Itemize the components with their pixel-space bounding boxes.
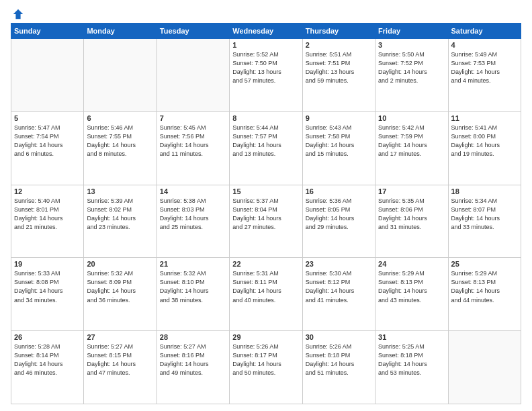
weekday-header-thursday: Thursday (302, 24, 375, 39)
day-info: Sunrise: 5:40 AMSunset: 8:01 PMDaylight:… (14, 197, 81, 232)
page: SundayMondayTuesdayWednesdayThursdayFrid… (0, 0, 532, 411)
day-number: 26 (14, 333, 81, 341)
day-info: Sunrise: 5:37 AMSunset: 8:04 PMDaylight:… (232, 197, 299, 232)
day-info: Sunrise: 5:43 AMSunset: 7:58 PMDaylight:… (306, 124, 372, 158)
day-info: Sunrise: 5:29 AMSunset: 8:13 PMDaylight:… (451, 269, 518, 304)
day-info: Sunrise: 5:38 AMSunset: 8:03 PMDaylight:… (160, 197, 226, 232)
day-info: Sunrise: 5:30 AMSunset: 8:12 PMDaylight:… (306, 269, 372, 304)
day-number: 3 (378, 41, 445, 49)
weekday-header-tuesday: Tuesday (157, 24, 229, 39)
calendar-cell: 3Sunrise: 5:50 AMSunset: 7:52 PMDaylight… (375, 39, 448, 112)
calendar-cell: 18Sunrise: 5:34 AMSunset: 8:07 PMDayligh… (448, 185, 521, 258)
day-info: Sunrise: 5:32 AMSunset: 8:09 PMDaylight:… (87, 269, 153, 304)
calendar-cell: 30Sunrise: 5:26 AMSunset: 8:18 PMDayligh… (302, 331, 375, 404)
day-number: 13 (87, 187, 153, 195)
calendar-cell: 27Sunrise: 5:27 AMSunset: 8:15 PMDayligh… (84, 331, 157, 404)
day-number: 29 (232, 333, 299, 341)
calendar-cell: 5Sunrise: 5:47 AMSunset: 7:54 PMDaylight… (11, 111, 84, 185)
calendar-cell: 8Sunrise: 5:44 AMSunset: 7:57 PMDaylight… (230, 111, 302, 185)
day-number: 6 (87, 114, 153, 122)
calendar-table: SundayMondayTuesdayWednesdayThursdayFrid… (11, 23, 521, 404)
day-number: 7 (160, 114, 226, 122)
calendar-cell: 6Sunrise: 5:46 AMSunset: 7:55 PMDaylight… (84, 111, 157, 185)
day-number: 2 (306, 41, 372, 49)
calendar-cell: 9Sunrise: 5:43 AMSunset: 7:58 PMDaylight… (302, 111, 375, 185)
calendar-cell: 28Sunrise: 5:27 AMSunset: 8:16 PMDayligh… (157, 331, 229, 404)
calendar-cell: 10Sunrise: 5:42 AMSunset: 7:59 PMDayligh… (375, 111, 448, 185)
day-info: Sunrise: 5:26 AMSunset: 8:18 PMDaylight:… (306, 342, 372, 377)
day-info: Sunrise: 5:26 AMSunset: 8:17 PMDaylight:… (232, 342, 299, 377)
day-number: 16 (306, 187, 372, 195)
weekday-header-row: SundayMondayTuesdayWednesdayThursdayFrid… (11, 24, 521, 39)
day-number: 25 (451, 260, 518, 268)
day-info: Sunrise: 5:50 AMSunset: 7:52 PMDaylight:… (378, 50, 445, 85)
day-number: 15 (232, 187, 299, 195)
header (11, 8, 521, 19)
calendar-cell: 25Sunrise: 5:29 AMSunset: 8:13 PMDayligh… (448, 258, 521, 331)
day-number: 19 (14, 260, 81, 268)
calendar-cell: 31Sunrise: 5:25 AMSunset: 8:18 PMDayligh… (375, 331, 448, 404)
day-info: Sunrise: 5:27 AMSunset: 8:15 PMDaylight:… (87, 342, 153, 377)
calendar-cell: 17Sunrise: 5:35 AMSunset: 8:06 PMDayligh… (375, 185, 448, 258)
week-row-3: 19Sunrise: 5:33 AMSunset: 8:08 PMDayligh… (11, 258, 521, 331)
day-info: Sunrise: 5:41 AMSunset: 8:00 PMDaylight:… (451, 124, 518, 158)
day-info: Sunrise: 5:39 AMSunset: 8:02 PMDaylight:… (87, 197, 153, 232)
logo-icon (12, 8, 24, 20)
calendar-cell: 12Sunrise: 5:40 AMSunset: 8:01 PMDayligh… (11, 185, 84, 258)
calendar-cell: 20Sunrise: 5:32 AMSunset: 8:09 PMDayligh… (84, 258, 157, 331)
weekday-header-monday: Monday (84, 24, 157, 39)
calendar-cell: 22Sunrise: 5:31 AMSunset: 8:11 PMDayligh… (230, 258, 302, 331)
day-number: 1 (232, 41, 299, 49)
day-info: Sunrise: 5:47 AMSunset: 7:54 PMDaylight:… (14, 124, 81, 158)
day-info: Sunrise: 5:36 AMSunset: 8:05 PMDaylight:… (306, 197, 372, 232)
day-number: 28 (160, 333, 226, 341)
day-number: 24 (378, 260, 445, 268)
day-number: 9 (306, 114, 372, 122)
day-info: Sunrise: 5:52 AMSunset: 7:50 PMDaylight:… (232, 50, 299, 85)
day-info: Sunrise: 5:44 AMSunset: 7:57 PMDaylight:… (232, 124, 299, 158)
week-row-0: 1Sunrise: 5:52 AMSunset: 7:50 PMDaylight… (11, 39, 521, 112)
day-number: 22 (232, 260, 299, 268)
calendar-cell: 13Sunrise: 5:39 AMSunset: 8:02 PMDayligh… (84, 185, 157, 258)
day-number: 20 (87, 260, 153, 268)
weekday-header-saturday: Saturday (448, 24, 521, 39)
week-row-2: 12Sunrise: 5:40 AMSunset: 8:01 PMDayligh… (11, 185, 521, 258)
week-row-4: 26Sunrise: 5:28 AMSunset: 8:14 PMDayligh… (11, 331, 521, 404)
day-number: 12 (14, 187, 81, 195)
calendar-cell (11, 39, 84, 112)
calendar-cell: 14Sunrise: 5:38 AMSunset: 8:03 PMDayligh… (157, 185, 229, 258)
calendar-cell (157, 39, 229, 112)
day-info: Sunrise: 5:28 AMSunset: 8:14 PMDaylight:… (14, 342, 81, 377)
calendar-cell (448, 331, 521, 404)
day-number: 4 (451, 41, 518, 49)
day-number: 5 (14, 114, 81, 122)
calendar-cell: 29Sunrise: 5:26 AMSunset: 8:17 PMDayligh… (230, 331, 302, 404)
day-info: Sunrise: 5:51 AMSunset: 7:51 PMDaylight:… (306, 50, 372, 85)
calendar-cell: 19Sunrise: 5:33 AMSunset: 8:08 PMDayligh… (11, 258, 84, 331)
calendar-cell: 24Sunrise: 5:29 AMSunset: 8:13 PMDayligh… (375, 258, 448, 331)
day-info: Sunrise: 5:35 AMSunset: 8:06 PMDaylight:… (378, 197, 445, 232)
day-info: Sunrise: 5:33 AMSunset: 8:08 PMDaylight:… (14, 269, 81, 304)
day-info: Sunrise: 5:49 AMSunset: 7:53 PMDaylight:… (451, 50, 518, 85)
day-number: 17 (378, 187, 445, 195)
calendar-cell: 2Sunrise: 5:51 AMSunset: 7:51 PMDaylight… (302, 39, 375, 112)
svg-marker-0 (13, 9, 23, 19)
day-info: Sunrise: 5:42 AMSunset: 7:59 PMDaylight:… (378, 124, 445, 158)
day-number: 31 (378, 333, 445, 341)
weekday-header-wednesday: Wednesday (230, 24, 302, 39)
weekday-header-sunday: Sunday (11, 24, 84, 39)
day-info: Sunrise: 5:32 AMSunset: 8:10 PMDaylight:… (160, 269, 226, 304)
calendar-cell: 21Sunrise: 5:32 AMSunset: 8:10 PMDayligh… (157, 258, 229, 331)
calendar-cell: 15Sunrise: 5:37 AMSunset: 8:04 PMDayligh… (230, 185, 302, 258)
day-info: Sunrise: 5:34 AMSunset: 8:07 PMDaylight:… (451, 197, 518, 232)
day-number: 18 (451, 187, 518, 195)
day-number: 11 (451, 114, 518, 122)
calendar-cell: 11Sunrise: 5:41 AMSunset: 8:00 PMDayligh… (448, 111, 521, 185)
day-number: 21 (160, 260, 226, 268)
week-row-1: 5Sunrise: 5:47 AMSunset: 7:54 PMDaylight… (11, 111, 521, 185)
weekday-header-friday: Friday (375, 24, 448, 39)
calendar-cell: 23Sunrise: 5:30 AMSunset: 8:12 PMDayligh… (302, 258, 375, 331)
day-number: 10 (378, 114, 445, 122)
calendar-cell: 7Sunrise: 5:45 AMSunset: 7:56 PMDaylight… (157, 111, 229, 185)
calendar-cell: 26Sunrise: 5:28 AMSunset: 8:14 PMDayligh… (11, 331, 84, 404)
